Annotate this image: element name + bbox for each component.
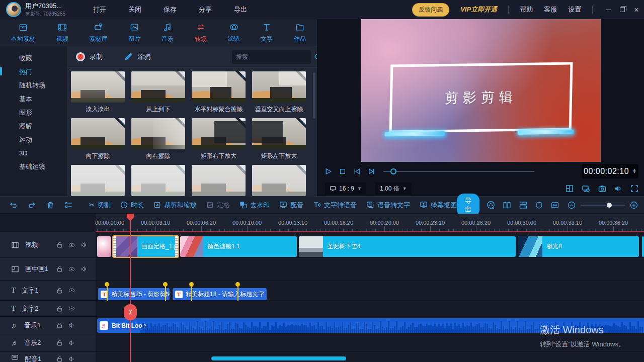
lock-icon[interactable] <box>56 339 63 346</box>
tab-library[interactable]: 素材库 <box>90 22 108 43</box>
playhead[interactable] <box>130 214 131 362</box>
snapshot-icon[interactable] <box>598 185 606 193</box>
timeline-zoom-slider[interactable] <box>581 205 625 206</box>
tool-crop-zoom[interactable]: 裁剪和缩放 <box>153 201 197 210</box>
sidebar-item-random[interactable]: 随机转场 <box>0 78 67 92</box>
keyframe-track-icon[interactable] <box>519 201 528 209</box>
tool-duration[interactable]: 时长 <box>120 201 144 210</box>
transition-card[interactable]: ↓ 向右擦除 <box>131 118 185 160</box>
tool-remove-watermark[interactable]: 去水印 <box>239 201 270 210</box>
sidebar-item-basic[interactable]: 基本 <box>0 92 67 106</box>
clip-freeze-frame[interactable]: 画面定格_1.png <box>112 235 179 258</box>
feedback-button[interactable]: 反馈问题 <box>412 3 449 17</box>
track-lane-text1[interactable]: T 精美标题25 - 剪影剪辑 T 精美标题18 - 请输入标题文字 <box>96 281 644 300</box>
timeline-zoom-out-button[interactable] <box>568 201 576 209</box>
lock-icon[interactable] <box>56 265 63 273</box>
transition-card[interactable]: ↓ <box>131 165 185 196</box>
clip-title-18[interactable]: T 精美标题18 - 请输入标题文字 <box>173 288 267 300</box>
playback-rate-select[interactable]: 1.00 倍 ▼ <box>375 183 412 195</box>
clip-color-filter[interactable]: 颜色滤镜1.1 <box>180 236 297 257</box>
keyframe-pin[interactable] <box>235 282 240 287</box>
transition-card[interactable]: ↓ 淡入淡出 <box>71 71 125 114</box>
export-button[interactable]: 导出 <box>457 194 479 217</box>
delete-button[interactable] <box>46 201 54 209</box>
film-reel-icon[interactable] <box>487 201 495 209</box>
redo-button[interactable] <box>28 201 36 209</box>
transition-card[interactable]: ↓ <box>71 165 125 196</box>
timeline-ruler[interactable]: 00:00:00:00 00:00:03:10 00:00:06:20 00:0… <box>96 214 644 232</box>
lock-icon[interactable] <box>56 355 63 362</box>
user-avatar[interactable] <box>6 2 21 17</box>
tab-music[interactable]: 音乐 <box>162 22 174 43</box>
tool-text-to-speech[interactable]: 文字转语音 <box>313 201 357 210</box>
panel-scrollbar[interactable] <box>313 72 315 119</box>
next-frame-button[interactable] <box>368 167 375 175</box>
sidebar-item-favorites[interactable]: 收藏 <box>0 51 67 65</box>
split-screen-icon[interactable] <box>566 185 574 193</box>
sidebar-item-dissolve[interactable]: 溶解 <box>0 119 67 133</box>
transition-card[interactable]: ↓ 垂直交叉向上擦除 <box>252 71 306 114</box>
fit-timeline-icon[interactable] <box>550 201 559 209</box>
preview-video[interactable]: 剪影剪辑 <box>361 19 601 162</box>
track-lane-voice1[interactable] <box>96 352 644 362</box>
tool-speech-to-text[interactable]: A 语音转文字 <box>366 201 410 210</box>
tab-transition[interactable]: 转场 <box>195 22 207 43</box>
stop-button[interactable] <box>339 167 346 175</box>
settings-button[interactable]: 设置 <box>568 5 581 14</box>
speaker-icon[interactable] <box>68 355 75 362</box>
sidebar-item-camera-moves[interactable]: 基础运镜 <box>0 160 67 173</box>
tool-cut[interactable]: ✂ 切割 <box>89 201 111 210</box>
close-button[interactable]: × <box>634 6 639 14</box>
help-button[interactable]: 帮助 <box>520 5 533 14</box>
eye-icon[interactable] <box>68 266 75 273</box>
transition-card[interactable]: ↓ 矩形右下放大 <box>192 118 246 160</box>
restore-button[interactable] <box>620 7 625 12</box>
lock-icon[interactable] <box>56 322 63 329</box>
track-lane-pip[interactable] <box>96 258 644 280</box>
sidebar-item-hot[interactable]: 热门 <box>0 65 67 78</box>
sidebar-item-shapes[interactable]: 图形 <box>0 106 67 119</box>
eye-icon[interactable] <box>68 287 75 294</box>
timeline-zoom-in-button[interactable] <box>630 201 638 209</box>
minimize-button[interactable]: ─ <box>606 6 611 13</box>
speaker-icon[interactable] <box>80 241 88 248</box>
sidebar-item-motion[interactable]: 运动 <box>0 133 67 146</box>
transition-card[interactable]: ↓ 向下擦除 <box>71 118 125 160</box>
eye-icon[interactable] <box>68 242 75 248</box>
lock-icon[interactable] <box>56 241 63 248</box>
sidebar-item-3d[interactable]: 3D <box>0 146 67 160</box>
menu-export[interactable]: 导出 <box>234 5 247 14</box>
tool-freeze-frame[interactable]: 定格 <box>206 201 230 210</box>
shield-icon[interactable] <box>535 201 543 209</box>
menu-close[interactable]: 关闭 <box>128 5 141 14</box>
clip-title-25[interactable]: T 精美标题25 - 剪影剪辑 <box>98 288 170 300</box>
tab-video[interactable]: 视频 <box>56 22 68 43</box>
record-button[interactable]: 录制 <box>76 52 103 61</box>
tab-text[interactable]: 文字 <box>261 22 273 43</box>
clip-aurora[interactable]: 极光8 <box>518 236 639 257</box>
progress-slider[interactable] <box>383 171 534 172</box>
trim-handle-left[interactable] <box>113 236 116 257</box>
transition-card[interactable]: ↓ <box>192 165 246 196</box>
transition-card[interactable]: ↓ 水平对称聚合擦除 <box>192 71 246 114</box>
keyframe-pin[interactable] <box>189 282 194 287</box>
track-lane-video[interactable]: 画面定格_1.png 颜色滤镜1.1 圣诞树下雪4 极光8 <box>96 232 644 257</box>
lock-icon[interactable] <box>56 305 63 312</box>
speaker-icon[interactable] <box>68 339 75 346</box>
search-input[interactable] <box>236 53 314 60</box>
tab-local-media[interactable]: 本地素材 <box>11 22 35 43</box>
track-lane-text2[interactable] <box>96 301 644 316</box>
zoom-slider-handle[interactable] <box>607 203 612 208</box>
trim-handle-right[interactable] <box>175 236 178 257</box>
tool-green-screen[interactable]: 绿幕抠图 <box>420 201 457 210</box>
track-options-button[interactable] <box>64 201 73 209</box>
clip-intro[interactable] <box>97 236 111 257</box>
timecode-stepper[interactable]: ▲▼ <box>632 169 636 173</box>
speaker-icon[interactable] <box>80 265 88 273</box>
vip-button[interactable]: VIP立即开通 <box>460 5 497 14</box>
progress-handle[interactable] <box>390 168 396 174</box>
display-settings-icon[interactable] <box>582 185 590 193</box>
aspect-ratio-select[interactable]: 16 : 9 ▼ <box>325 183 366 195</box>
tab-image[interactable]: 图片 <box>128 22 140 43</box>
tab-filter[interactable]: 滤镜 <box>228 22 240 43</box>
